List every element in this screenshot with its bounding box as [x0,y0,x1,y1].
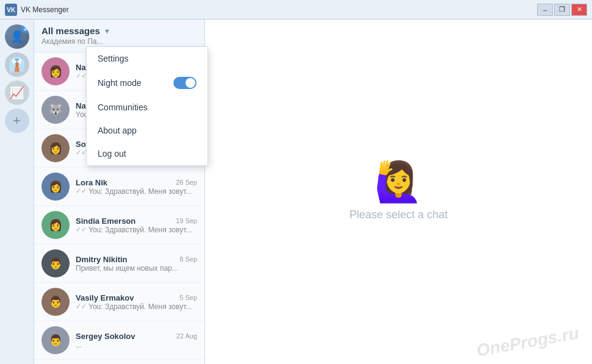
read-check-icon: ✓✓ [76,149,87,157]
watermark: OneProgs.ru [475,324,581,361]
chat-preview: ✓✓ You: Здравствуй. Меня зовут... [76,302,197,311]
chat-date: 5 Sep [179,294,197,301]
user-avatar[interactable]: 👤 3 [5,24,29,49]
chat-list-item[interactable]: 👨 Dmitry Nikitin 8 Sep Привет, мы ищем н… [34,244,204,283]
chat-list-item[interactable]: 👩 Lora Nik 26 Sep ✓✓ You: Здравствуй. Ме… [34,168,204,206]
chat-avatar: 👩 [42,173,70,201]
app-title: VK Messenger [21,5,537,14]
chat-subtitle: Академия по Па... [42,37,197,46]
chat-preview: ✓✓ You: Здравствуй. Меня зовут... [76,187,197,196]
chat-preview-text: You: Здравствуй. Меня зовут... [88,302,192,311]
chat-date: 26 Sep [176,179,197,186]
sidebar-nav-2[interactable]: 📈 [5,80,29,105]
chat-preview: ... [76,341,197,349]
night-mode-label: Night mode [98,78,142,88]
chat-name: Sergey Sokolov [76,332,135,341]
chat-date: 19 Sep [176,217,197,224]
notification-badge: 3 [21,24,29,33]
chat-list-item[interactable]: 👨 Sergey Sokolov 22 Aug ... [34,321,204,360]
empty-state-text: Please select a chat [349,209,447,221]
read-check-icon: ✓✓ [76,72,87,80]
all-messages-label: All messages [42,26,100,36]
sidebar-icons: 👤 3 👔 📈 + [0,20,34,364]
chat-name: Dmitry Nikitin [76,255,128,264]
chat-avatar: 👩 [42,57,70,85]
chat-date: 8 Sep [179,255,197,263]
chat-info: Vasily Ermakov 5 Sep ✓✓ You: Здравствуй.… [76,293,197,311]
about-menu-item[interactable]: About app [87,119,208,142]
svg-text:VK: VK [7,7,16,13]
app-icon: VK [5,4,17,16]
chat-avatar: 👩 [42,134,70,162]
chat-avatar: 🐺 [42,96,70,124]
minimize-button[interactable]: – [537,4,553,16]
communities-menu-item[interactable]: Communities [87,96,208,119]
chat-name: Sindia Emerson [76,216,135,226]
settings-menu-item[interactable]: Settings [87,47,208,70]
night-mode-toggle[interactable] [173,77,197,89]
chat-avatar: 👩 [42,211,70,239]
chat-date: 22 Aug [176,332,197,340]
read-check-icon: ✓✓ [76,226,87,234]
close-button[interactable]: ✕ [571,4,587,16]
chat-avatar: 👨 [42,249,70,277]
chat-preview: ✓✓ You: Здравствуй. Меня зовут... [76,226,197,234]
read-check-icon: ✓✓ [76,187,87,195]
chat-info: Dmitry Nikitin 8 Sep Привет, мы ищем нов… [76,255,197,273]
add-chat-button[interactable]: + [5,109,29,133]
chat-info: Sergey Sokolov 22 Aug ... [76,332,197,349]
all-messages-dropdown-trigger[interactable]: All messages ▼ [42,26,197,36]
window-controls: – ❐ ✕ [537,4,587,16]
chat-list-item[interactable]: 👩 Sindia Emerson 19 Sep ✓✓ You: Здравств… [34,206,204,244]
titlebar: VK VK Messenger – ❐ ✕ [0,0,592,20]
chat-main-area: 🙋‍♀️ Please select a chat OneProgs.ru [205,20,592,364]
sidebar-nav-1[interactable]: 👔 [5,52,29,77]
app-container: 👤 3 👔 📈 + All messages ▼ Академия по Па.… [0,20,592,364]
chat-list-panel: All messages ▼ Академия по Па... Setting… [34,20,205,364]
chat-info: Sindia Emerson 19 Sep ✓✓ You: Здравствуй… [76,216,197,234]
chat-info: Lora Nik 26 Sep ✓✓ You: Здравствуй. Меня… [76,178,197,196]
night-mode-menu-item[interactable]: Night mode [87,70,208,96]
empty-state-icon: 🙋‍♀️ [374,162,423,201]
chat-list-item[interactable]: 👨 Vasily Ermakov 5 Sep ✓✓ You: Здравству… [34,283,204,321]
chat-preview: Привет, мы ищем новых пар... [76,264,197,273]
chevron-down-icon: ▼ [104,27,110,35]
chat-preview-text: ... [76,341,82,349]
chat-preview-text: Привет, мы ищем новых пар... [76,264,178,273]
dropdown-menu: Settings Night mode Communities About ap… [86,46,208,166]
chat-name: Lora Nik [76,178,107,187]
read-check-icon: ✓✓ [76,302,87,310]
restore-button[interactable]: ❐ [554,4,570,16]
chat-avatar: 👨 [42,326,70,354]
chat-preview-text: You: Здравствуй. Меня зовут... [88,226,192,234]
chat-name: Vasily Ermakov [76,293,134,302]
chat-avatar: 👨 [42,288,70,316]
logout-menu-item[interactable]: Log out [87,142,208,165]
chat-preview-text: You: Здравствуй. Меня зовут... [88,187,192,196]
